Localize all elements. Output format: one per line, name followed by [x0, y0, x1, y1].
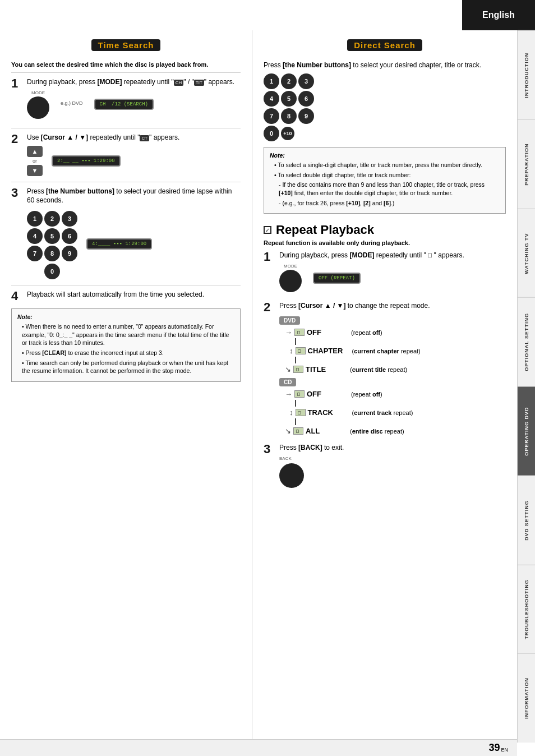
divider3: [11, 182, 241, 182]
divider2: [11, 128, 241, 128]
step3-content: Press [the Number buttons] to select you…: [27, 187, 241, 280]
step3-text: Press [the Number buttons] to select you…: [27, 187, 241, 206]
cursor-down: ▼: [27, 165, 43, 176]
direct-search-note: Note: To select a single-digit chapter, …: [264, 147, 506, 214]
numpad-grid: 1 2 3 4 5 6 7 8 9: [27, 211, 77, 261]
ds-btn-9[interactable]: 9: [298, 108, 314, 124]
btn-8[interactable]: 8: [44, 246, 60, 261]
or-label: or: [27, 158, 43, 164]
cd-track-row: ↕ □ TRACK (current track repeat): [285, 408, 506, 417]
ds-btn-2[interactable]: 2: [281, 73, 297, 89]
cd-off-word: OFF: [307, 390, 349, 398]
dvd-label: DVD: [279, 316, 300, 325]
ds-btn-3[interactable]: 3: [298, 73, 314, 89]
btn-0[interactable]: 0: [44, 264, 60, 279]
ds-btn-6[interactable]: 6: [298, 91, 314, 107]
direct-numpad: 1 2 3 4 5 6 7 8 9 0 +10: [264, 73, 506, 141]
cursor-up: ▲: [27, 146, 43, 157]
step4-num: 4: [11, 290, 24, 302]
back-btn-label: BACK: [279, 456, 292, 461]
step2-text: Use [Cursor ▲ / ▼] repeatedly until "CT"…: [27, 133, 241, 142]
mode-label: MODE: [31, 90, 45, 95]
dvd-chapter-arrow: ↕: [289, 347, 293, 355]
repeat-mode-btn-box: MODE: [279, 264, 302, 292]
language-bar: English: [462, 0, 535, 30]
main-content: Time Search You can select the desired t…: [0, 30, 517, 739]
dvd-chapter-desc: (current chapter repeat): [352, 348, 421, 354]
ds-btn-1[interactable]: 1: [264, 73, 279, 89]
sidebar-troubleshooting: TROUBLESHOOTING: [518, 565, 535, 654]
cd-tree: → □ OFF (repeat off) ↕ □ TR: [285, 390, 506, 435]
dvd-title-screen: □: [293, 366, 303, 373]
numrow1: 1 2 3: [264, 73, 506, 89]
repeat-subtitle: Repeat function is available only during…: [264, 239, 506, 246]
cd-all-desc: (entire disc repeat): [350, 428, 404, 435]
ds-note-sub-2: (e.g., for track 26, press [+10], [2] an…: [279, 199, 500, 208]
step4-text: Playback will start automatically from t…: [27, 290, 241, 299]
step3-diagram: 1 2 3 4 5 6 7 8 9 0: [27, 209, 241, 279]
step3-screen: 4:____ ▪▪▪ 1:29:00: [86, 238, 152, 250]
dvd-connector2: [295, 357, 296, 363]
step3-num: 3: [11, 187, 24, 199]
ds-btn-4[interactable]: 4: [264, 91, 279, 107]
ds-btn-7[interactable]: 7: [264, 108, 279, 124]
step2-diagram: ▲ or ▼ 2:__ __ ▪▪▪ 1:29:00: [27, 146, 241, 176]
dvd-title-arrow: ↘: [285, 365, 291, 374]
cd-off-screen: □: [294, 390, 305, 398]
cd-section: CD → □ OFF (repeat off): [279, 376, 506, 435]
time-search-title: Time Search: [91, 39, 161, 51]
cd-label: CD: [279, 378, 296, 386]
repeat-step1-content: During playback, press [MODE] repeatedly…: [279, 251, 506, 296]
ds-btn-plus10[interactable]: +10: [281, 127, 294, 140]
dvd-down1: [295, 338, 506, 345]
page-suffix: EN: [501, 747, 508, 753]
right-sidebar: INTRODUCTION PREPARATION WATCHING TV OPT…: [517, 30, 535, 743]
repeat-heading: Repeat Playback: [276, 223, 374, 237]
cd-off-arrow: →: [285, 390, 292, 398]
direct-search-title: Direct Search: [347, 39, 422, 51]
page-number: 39: [488, 742, 500, 754]
bottom-bar: 39 EN: [0, 739, 517, 756]
sidebar-optional-setting: OPTIONAL SETTING: [518, 297, 535, 386]
ds-btn-8[interactable]: 8: [281, 108, 297, 124]
cd-off-row: → □ OFF (repeat off): [285, 390, 506, 398]
btn-7[interactable]: 7: [27, 246, 43, 261]
dvd-off-row: → □ OFF (repeat off): [285, 328, 506, 336]
right-column: Direct Search Press [the Number buttons]…: [252, 30, 517, 739]
ds-btn-0[interactable]: 0: [264, 126, 279, 141]
dvd-chapter-word: CHAPTER: [308, 347, 350, 355]
btn-4[interactable]: 4: [27, 228, 43, 244]
ds-btn-5[interactable]: 5: [281, 91, 297, 107]
ds-note-sub-1: If the disc contains more than 9 and les…: [279, 181, 500, 197]
repeat-step3-content: Press [BACK] to exit. BACK: [279, 443, 506, 488]
cd-track-desc: (current track repeat): [352, 409, 413, 416]
step3: 3 Press [the Number buttons] to select y…: [11, 187, 241, 280]
time-search-subtitle: You can select the desired time which th…: [11, 61, 241, 68]
dvd-title-desc: (current title repeat): [350, 366, 407, 373]
sidebar-information: INFORMATION: [518, 653, 535, 743]
dvd-section: DVD → □ OFF (repeat off): [279, 314, 506, 374]
btn-5[interactable]: 5: [44, 228, 60, 244]
language-label: English: [482, 10, 515, 20]
cd-off-desc: (repeat off): [351, 391, 382, 398]
cd-track-screen: □: [296, 409, 306, 416]
back-btn-diagram: BACK: [279, 456, 506, 488]
btn-3[interactable]: 3: [62, 211, 77, 227]
step1-num: 1: [11, 77, 24, 90]
btn-6[interactable]: 6: [62, 228, 77, 244]
numrow3: 7 8 9: [264, 108, 506, 124]
repeat-step2: 2 Press [Cursor ▲ / ▼] to change the rep…: [264, 301, 506, 437]
repeat-title-row: ✓ Repeat Playback: [264, 223, 506, 237]
sidebar-preparation: PREPARATION: [518, 119, 535, 209]
back-button-icon: [279, 463, 304, 488]
note-item-3: Time search can only be performed during…: [22, 359, 234, 375]
dvd-title-row: ↘ □ TITLE (current title repeat): [285, 365, 506, 374]
repeat-mode-label: MODE: [284, 264, 297, 269]
cd-track-arrow: ↕: [289, 408, 293, 417]
note-title: Note:: [17, 314, 234, 320]
dvd-off-desc: (repeat off): [351, 329, 382, 336]
btn-1[interactable]: 1: [27, 211, 43, 227]
btn-9[interactable]: 9: [62, 246, 77, 261]
step1-diagram: MODE e.g.) DVD CH /12 (SEARCH): [27, 90, 241, 119]
btn-2[interactable]: 2: [44, 211, 60, 227]
